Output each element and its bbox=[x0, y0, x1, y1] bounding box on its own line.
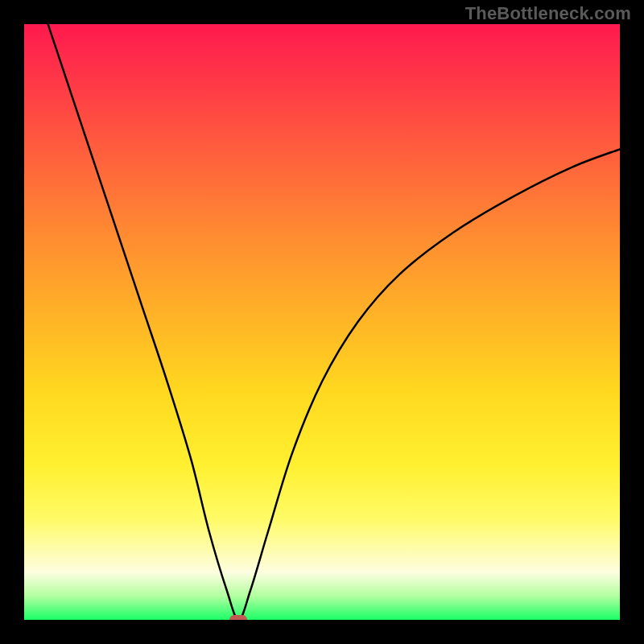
chart-frame: TheBottleneck.com bbox=[0, 0, 644, 644]
bottleneck-curve bbox=[24, 24, 620, 620]
optimum-marker bbox=[229, 615, 247, 620]
plot-area bbox=[24, 24, 620, 620]
watermark-label: TheBottleneck.com bbox=[465, 3, 631, 24]
